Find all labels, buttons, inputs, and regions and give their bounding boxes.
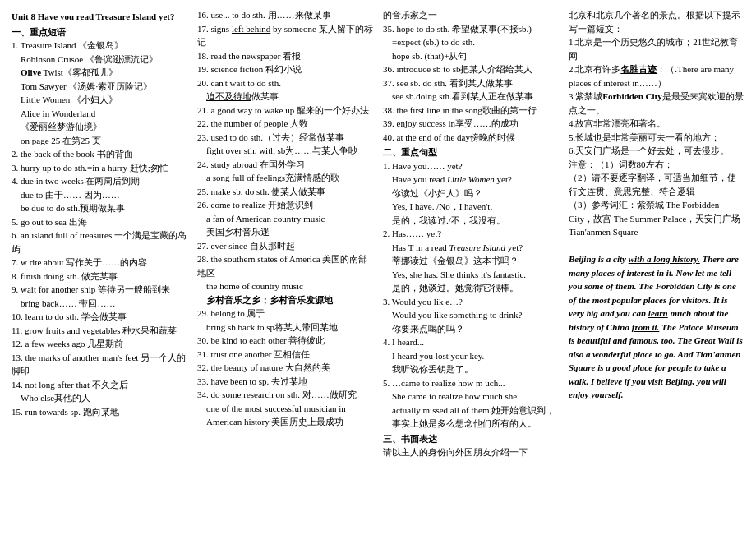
list-item: bring back…… 带回…… [12,297,187,311]
list-item: 11. grow fruits and vegetables 种水果和蔬菜 [12,324,187,338]
list-item: 33. have been to sp. 去过某地 [197,375,373,389]
list-item: one of the most successful musician in [197,402,373,416]
main-heading: Unit 8 Have you read Treasure Island yet… [12,10,187,24]
list-item: 美国乡村音乐迷 [197,225,373,239]
list-item: 是的，我读过./不，我没有。 [383,214,559,228]
list-item: 2. the back of the book 书的背面 [12,147,187,161]
list-item: 3. Would you lik e…? [383,295,559,309]
list-item: 31. trust one another 互相信任 [197,348,373,362]
list-item: Little Women 《小妇人》 [12,93,187,107]
list-item: 38. the first line in the song歌曲的第一行 [383,104,559,118]
list-item: 5. …came to realize how m uch... [383,376,559,390]
list-item: （2）请不要逐字翻译，可适当加细节，使行文连贯、意思完整、符合逻辑 [569,171,744,198]
list-item: 4. I heard... [383,335,559,349]
list-item: 27. ever since 自从那时起 [197,239,373,253]
list-item: 28. the southern states of America 美国的南部… [197,252,373,279]
list-item: actually missed all of them.她开始意识到， [383,404,559,417]
list-item: 9. wait for another ship 等待另一艘船到来 [12,283,187,297]
list-item: 30. be kind to each other 善待彼此 [197,334,373,348]
list-item: 35. hope to do sth. 希望做某事(不接sb.) [383,22,559,36]
list-item: 请以主人的身份向外国朋友介绍一下 [383,445,559,459]
list-item: 20. can't wait to do sth. [197,76,373,90]
list-item: 21. a good way to wake up 醒来的一个好办法 [197,104,373,118]
list-item: 40. at the end of the day傍晚的时候 [383,131,559,145]
list-item: 4.故宫非常漂亮和著名。 [569,117,744,131]
list-item: 26. come to realize 开始意识到 [197,198,373,212]
list-item: 23. used to do sth.（过去）经常做某事 [197,131,373,145]
list-item: 37. see sb. do sth. 看到某人做某事 [383,76,559,90]
list-item: 4. due in two weeks 在两周后到期 [12,174,187,188]
list-item: hope sb. (that)+从句 [383,49,559,63]
list-item: 15. run towards sp. 跑向某地 [12,405,187,419]
list-item: 19. science fiction 科幻小说 [197,62,373,76]
list-item: 16. use... to do sth. 用……来做某事 [197,8,373,22]
list-item: Olive Twist《雾都孤儿》 [12,66,187,80]
list-item: 7. w rite about 写作关于……的内容 [12,256,187,270]
list-item: 2.北京有许多名胜古迹；（.There are many places of i… [569,62,744,90]
list-item: 的音乐家之一 [383,8,559,22]
list-item: a fan of American country music [197,212,373,226]
list-item: 6. an island full of treasures 一个满是宝藏的岛屿 [12,228,187,256]
list-item: 你要来点喝的吗？ [383,322,559,336]
section1-title: 一、重点短语 [12,25,187,39]
list-item: 12. a few weeks ago 几星期前 [12,337,187,351]
list-item: fight over sth. with sb为……与某人争吵 [197,144,373,158]
list-item: due to 由于…… 因为…… [12,188,187,202]
list-item: 32. the beauty of nature 大自然的美 [197,361,373,375]
list-item: 34. do some research on sth. 对……做研究 [197,388,373,402]
list-item: Alice in Wonderland [12,107,187,121]
list-item: 我听说你丢钥匙了。 [383,362,559,376]
list-item: 6.天安门广场是一个好去处，可去漫步。 [569,144,744,158]
list-item: 24. study abroad 在国外学习 [197,158,373,172]
list-item: American history 美国历史上最成功 [197,415,373,429]
page-container: Unit 8 Have you read Treasure Island yet… [10,8,746,459]
list-item: 18. read the newspaper 看报 [197,49,373,63]
list-item: Yes, I have. /No，I haven't. [383,200,559,214]
list-item: 蒂娜读过《金银岛》这本书吗？ [383,254,559,268]
list-item: 是的，她谈过。她觉得它很棒。 [383,281,559,295]
list-item: 你读过《小妇人》吗？ [383,187,559,201]
essay-text: Beijing is a city with a long history. T… [569,252,744,402]
list-item: 5. go out to sea 出海 [12,215,187,229]
list-item: 8. finish doing sth. 做完某事 [12,270,187,284]
list-item: bring sb back to sp将某人带回某地 [197,321,373,334]
list-item: 17. signs left behind by someone 某人留下的标记 [197,22,373,49]
list-item: 《爱丽丝梦游仙境》 [12,120,187,134]
list-item: Tom Sawyer 《汤姆·索亚历险记》 [12,80,187,94]
section2-title: 二、重点句型 [383,145,559,159]
list-item: 36. introduce sb to sb把某人介绍给某人 [383,62,559,76]
list-item: Robinson Crusoe 《鲁滨逊漂流记》 [12,53,187,67]
list-item: Yes, she has. She thinks it's fantastic. [383,268,559,282]
list-item: 39. enjoy success in享受……的成功 [383,117,559,131]
list-item: 25. make sb. do sth. 使某人做某事 [197,185,373,199]
list-item: 事实上她是多么想念他们所有的人。 [383,417,559,431]
list-item: 迫不及待地做某事 [197,90,373,104]
list-item: 3. hurry up to do sth.=in a hurry 赶快;匆忙 [12,161,187,175]
list-item: 2. Has…… yet? [383,227,559,241]
list-item: She came to realize how much she [383,390,559,404]
list-item: the home of country music [197,279,373,293]
list-item: 1. Treasure Island 《金银岛》 [12,39,187,53]
list-item: 14. not long after that 不久之后 [12,378,187,392]
list-item: a song full of feelings充满情感的歌 [197,171,373,185]
list-item: 北京和北京几个著名的景点。根据以下提示写一篇短文： [569,8,744,35]
list-item: 22. the number of people 人数 [197,117,373,131]
list-item: on page 25 在第25 页 [12,134,187,148]
list-item: 5.长城也是非常美丽可去一看的地方； [569,131,744,145]
list-item: I heard you lost your key. [383,349,559,363]
list-item: 1.北京是一个历史悠久的城市；21世纪教育网 [569,35,744,62]
section3-title: 三、书面表达 [383,432,559,446]
list-item: see sb.doing sth.看到某人正在做某事 [383,90,559,104]
list-item: （3）参考词汇：紫禁城 The Forbidden City，故宫 The Su… [569,198,744,239]
list-item: 10. learn to do sth. 学会做某事 [12,310,187,324]
list-item: 1. Have you…… yet? [383,159,559,173]
list-item: =expect (sb.) to do sth. [383,35,559,49]
list-item: 29. belong to 属于 [197,307,373,321]
list-item: 3.紫禁城Forbidden City是最受来宾欢迎的景点之一。 [569,90,744,117]
column-3: 的音乐家之一 35. hope to do sth. 希望做某事(不接sb.) … [381,8,560,459]
column-4: 北京和北京几个著名的景点。根据以下提示写一篇短文： 1.北京是一个历史悠久的城市… [567,8,746,459]
item-text: Treasure Island 《金银岛》 [21,40,123,50]
list-item: Has T in a read Treasure Island yet? [383,241,559,255]
list-item: Would you like something to drink? [383,308,559,322]
list-item: be due to do sth.预期做某事 [12,201,187,215]
